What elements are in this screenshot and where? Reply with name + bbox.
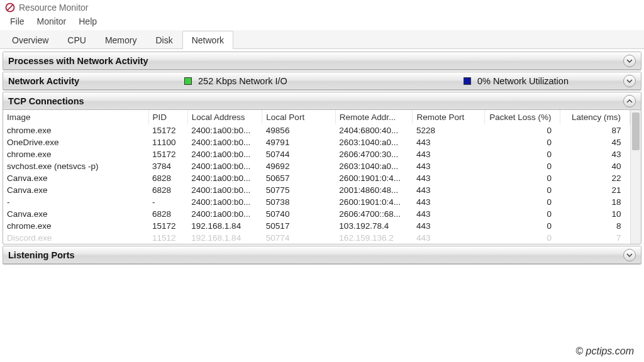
cell-lat: 45 <box>560 136 630 148</box>
cell-lport: 50657 <box>262 172 336 184</box>
window-titlebar: Resource Monitor <box>0 0 644 14</box>
cell-lat: 21 <box>560 184 630 196</box>
scrollbar-thumb[interactable] <box>632 112 640 150</box>
chevron-down-icon[interactable] <box>623 249 636 261</box>
cell-image: Canva.exe <box>3 172 148 184</box>
panel-header-tcp[interactable]: TCP Connections <box>3 92 641 110</box>
menu-monitor[interactable]: Monitor <box>31 15 73 28</box>
panel-header-activity[interactable]: Network Activity 252 Kbps Network I/O 0%… <box>3 72 641 90</box>
col-remote-port[interactable]: Remote Port <box>413 110 485 124</box>
cell-lat: 87 <box>560 124 630 136</box>
cell-lport: 49791 <box>262 136 336 148</box>
cell-rport: 443 <box>413 184 485 196</box>
cell-laddr: 2400:1a00:b0... <box>187 184 262 196</box>
cell-rport: 443 <box>413 220 485 232</box>
cell-rport: 443 <box>413 232 485 244</box>
table-row[interactable]: svchost.exe (netsvcs -p)37842400:1a00:b0… <box>3 160 630 172</box>
cell-pid: 15172 <box>148 148 187 160</box>
tab-cpu[interactable]: CPU <box>58 31 96 49</box>
cell-raddr: 103.192.78.4 <box>335 220 413 232</box>
cell-image: chrome.exe <box>3 148 148 160</box>
cell-pid: 3784 <box>148 160 187 172</box>
cell-laddr: 2400:1a00:b0... <box>187 208 262 220</box>
cell-lport: 50740 <box>262 208 336 220</box>
watermark: © pctips.com <box>575 346 634 357</box>
cell-laddr: 2400:1a00:b0... <box>187 196 262 208</box>
col-latency[interactable]: Latency (ms) <box>560 110 630 124</box>
tab-network[interactable]: Network <box>182 31 233 49</box>
col-pid[interactable]: PID <box>148 110 187 124</box>
network-io-indicator: 252 Kbps Network I/O <box>184 76 287 86</box>
cell-laddr: 192.168.1.84 <box>187 232 262 244</box>
table-row[interactable]: chrome.exe151722400:1a00:b0...498562404:… <box>3 124 630 136</box>
table-row[interactable]: --2400:1a00:b0...507382600:1901:0:4...44… <box>3 196 630 208</box>
cell-loss: 0 <box>484 124 560 136</box>
col-image[interactable]: Image <box>3 110 148 124</box>
table-header: Image PID Local Address Local Port Remot… <box>3 110 630 124</box>
panel-header-processes[interactable]: Processes with Network Activity <box>3 52 641 70</box>
col-local-address[interactable]: Local Address <box>187 110 262 124</box>
panel-header-listening[interactable]: Listening Ports <box>3 246 641 264</box>
table-row[interactable]: Discord.exe11512192.168.1.8450774162.159… <box>3 232 630 244</box>
cell-raddr: 162.159.136.2 <box>335 232 413 244</box>
chevron-down-icon[interactable] <box>623 55 636 67</box>
table-body: chrome.exe151722400:1a00:b0...498562404:… <box>3 124 630 244</box>
cell-raddr: 2603:1040:a0... <box>335 136 413 148</box>
table-row[interactable]: Canva.exe68282400:1a00:b0...507752001:48… <box>3 184 630 196</box>
cell-laddr: 2400:1a00:b0... <box>187 124 262 136</box>
table-row[interactable]: Canva.exe68282400:1a00:b0...506572600:19… <box>3 172 630 184</box>
section-title: TCP Connections <box>8 96 184 106</box>
tab-overview[interactable]: Overview <box>3 31 58 49</box>
cell-lport: 50738 <box>262 196 336 208</box>
col-remote-address[interactable]: Remote Addr... <box>335 110 413 124</box>
cell-lat: 10 <box>560 208 630 220</box>
section-title: Processes with Network Activity <box>8 56 184 66</box>
table-row[interactable]: chrome.exe15172192.168.1.8450517103.192.… <box>3 220 630 232</box>
cell-image: svchost.exe (netsvcs -p) <box>3 160 148 172</box>
io-color-swatch <box>184 77 192 85</box>
cell-pid: - <box>148 196 187 208</box>
chevron-up-icon[interactable] <box>623 95 636 107</box>
cell-pid: 15172 <box>148 220 187 232</box>
cell-loss: 0 <box>484 196 560 208</box>
cell-lat: 22 <box>560 172 630 184</box>
cell-image: chrome.exe <box>3 124 148 136</box>
panel-processes: Processes with Network Activity <box>3 52 641 70</box>
cell-rport: 443 <box>413 196 485 208</box>
cell-image: Canva.exe <box>3 184 148 196</box>
table-row[interactable]: chrome.exe151722400:1a00:b0...507442606:… <box>3 148 630 160</box>
tab-bar: Overview CPU Memory Disk Network <box>0 30 644 49</box>
cell-rport: 443 <box>413 136 485 148</box>
col-local-port[interactable]: Local Port <box>262 110 336 124</box>
cell-lat: 40 <box>560 160 630 172</box>
col-packet-loss[interactable]: Packet Loss (%) <box>484 110 560 124</box>
cell-loss: 0 <box>484 136 560 148</box>
vertical-scrollbar[interactable] <box>630 110 641 244</box>
menu-file[interactable]: File <box>4 15 31 28</box>
tab-disk[interactable]: Disk <box>146 31 182 49</box>
cell-image: Discord.exe <box>3 232 148 244</box>
tcp-connections-table: Image PID Local Address Local Port Remot… <box>3 110 630 244</box>
cell-raddr: 2606:4700:30... <box>335 148 413 160</box>
cell-raddr: 2603:1040:a0... <box>335 160 413 172</box>
network-util-label: 0% Network Utilization <box>477 76 569 86</box>
tab-memory[interactable]: Memory <box>96 31 147 49</box>
table-row[interactable]: Canva.exe68282400:1a00:b0...507402606:47… <box>3 208 630 220</box>
cell-image: OneDrive.exe <box>3 136 148 148</box>
cell-loss: 0 <box>484 172 560 184</box>
cell-raddr: 2001:4860:48... <box>335 184 413 196</box>
chevron-down-icon[interactable] <box>623 75 636 87</box>
table-row[interactable]: OneDrive.exe111002400:1a00:b0...49791260… <box>3 136 630 148</box>
cell-pid: 15172 <box>148 124 187 136</box>
cell-loss: 0 <box>484 232 560 244</box>
menu-help[interactable]: Help <box>72 15 103 28</box>
network-util-indicator: 0% Network Utilization <box>464 76 569 86</box>
cell-laddr: 2400:1a00:b0... <box>187 136 262 148</box>
cell-raddr: 2600:1901:0:4... <box>335 196 413 208</box>
cell-image: Canva.exe <box>3 208 148 220</box>
window-title: Resource Monitor <box>19 3 89 13</box>
section-title: Listening Ports <box>8 250 184 260</box>
cell-lport: 50744 <box>262 148 336 160</box>
cell-loss: 0 <box>484 208 560 220</box>
cell-loss: 0 <box>484 220 560 232</box>
